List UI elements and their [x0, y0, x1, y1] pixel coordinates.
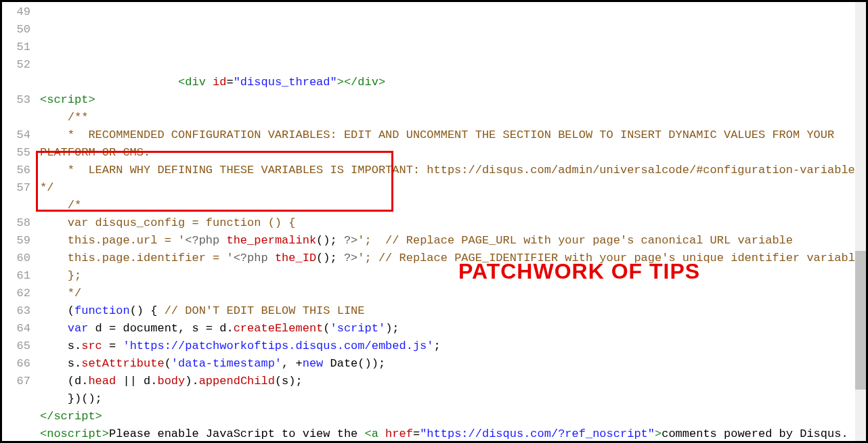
code-token: ).: [185, 375, 198, 388]
code-line[interactable]: </script>: [40, 408, 866, 425]
code-token: ></div>: [337, 76, 385, 89]
line-number: 57: [2, 179, 30, 197]
code-token: '; // Replace PAGE_URL with your page's …: [357, 234, 793, 247]
line-number: 64: [2, 320, 30, 337]
code-token: </script>: [40, 410, 102, 423]
code-line[interactable]: <noscript>Please enable JavaScript to vi…: [40, 425, 866, 441]
code-token: );: [385, 322, 399, 335]
code-token: ();: [316, 252, 337, 264]
code-token: */: [40, 287, 81, 300]
code-token: head: [88, 375, 116, 388]
code-token: [40, 322, 68, 335]
code-token: href: [385, 427, 413, 440]
code-token: (s);: [275, 375, 303, 388]
code-token: [337, 234, 344, 247]
code-token: new: [303, 357, 324, 370]
code-line[interactable]: s.src = 'https://patchworkoftips.disqus.…: [40, 337, 866, 355]
line-number: 65: [2, 337, 30, 355]
code-token: /*: [40, 199, 81, 212]
code-token: (: [165, 357, 171, 370]
code-token: * RECOMMENDED CONFIGURATION VARIABLES: E…: [40, 129, 841, 159]
code-token: =: [226, 76, 233, 89]
code-line[interactable]: })();: [40, 390, 866, 408]
line-number: 49: [2, 3, 30, 21]
code-token: =: [102, 340, 123, 352]
code-token: <noscript>: [40, 427, 109, 440]
code-line[interactable]: s.setAttribute('data-timestamp', +new Da…: [40, 355, 866, 373]
code-token: =: [413, 427, 420, 440]
code-token: [206, 76, 213, 89]
code-token: ();: [316, 234, 337, 247]
code-line[interactable]: this.page.identifier = '<?php the_ID(); …: [40, 250, 866, 267]
code-token: id: [213, 76, 226, 89]
code-token: setAttribute: [81, 357, 164, 370]
code-line[interactable]: var disqus_config = function () {: [40, 214, 866, 232]
line-number: 51: [2, 39, 30, 56]
line-number: 56: [2, 162, 30, 179]
code-line[interactable]: * LEARN WHY DEFINING THESE VARIABLES IS …: [40, 162, 866, 197]
code-line[interactable]: <script>: [40, 91, 866, 109]
line-number-wrap-spacer: [2, 197, 30, 214]
code-token: ?>: [344, 234, 357, 247]
code-line[interactable]: var d = document, s = d.createElement('s…: [40, 320, 866, 337]
scrollbar-track[interactable]: [855, 2, 866, 441]
code-line[interactable]: };: [40, 267, 866, 285]
code-line[interactable]: <div id="disqus_thread"></div>: [40, 74, 866, 91]
code-token: Date());: [323, 357, 385, 370]
code-token: var: [68, 322, 89, 335]
code-line[interactable]: /*: [40, 197, 866, 214]
code-token: [378, 427, 385, 440]
code-token: * LEARN WHY DEFINING THESE VARIABLES IS …: [40, 164, 866, 194]
code-token: ?>: [344, 252, 357, 264]
code-token: () {: [130, 304, 158, 317]
line-number-gutter: 49505152535455565758596061626364656667: [2, 2, 36, 441]
line-number: 50: [2, 21, 30, 39]
code-token: <?php: [234, 252, 268, 264]
code-token: ;: [434, 340, 441, 352]
code-token: [337, 252, 344, 264]
scrollbar-thumb[interactable]: [855, 251, 866, 390]
code-token: 'script': [330, 322, 386, 335]
code-line[interactable]: * RECOMMENDED CONFIGURATION VARIABLES: E…: [40, 126, 866, 162]
code-token: /**: [40, 111, 88, 124]
code-line[interactable]: /**: [40, 109, 866, 126]
code-line[interactable]: (d.head || d.body).appendChild(s);: [40, 373, 866, 390]
code-token: "disqus_thread": [234, 76, 337, 89]
line-number: 53: [2, 91, 30, 109]
code-token: (: [323, 322, 330, 335]
code-area[interactable]: <div id="disqus_thread"></div><script> /…: [36, 2, 866, 441]
line-number-wrap-spacer: [2, 390, 30, 408]
line-number-wrap-spacer: [2, 74, 30, 91]
code-token: // DON'T EDIT BELOW THIS LINE: [157, 304, 364, 317]
code-token: })();: [40, 392, 102, 405]
code-token: s.: [40, 340, 81, 352]
code-token: comments powered by Disqus.: [661, 427, 848, 440]
line-number: 62: [2, 285, 30, 302]
line-number: 66: [2, 355, 30, 373]
code-token: 'data-timestamp': [171, 357, 282, 370]
code-token: <script>: [40, 93, 95, 106]
code-token: || d.: [116, 375, 157, 388]
code-token: "https://disqus.com/?ref_noscript": [420, 427, 655, 440]
line-number: 55: [2, 144, 30, 162]
code-token: };: [40, 269, 81, 282]
code-token: function: [74, 304, 130, 317]
line-number: 63: [2, 302, 30, 320]
code-token: <div: [178, 76, 206, 89]
code-token: the_ID: [275, 252, 316, 264]
code-editor[interactable]: 49505152535455565758596061626364656667 <…: [2, 2, 866, 441]
code-token: <a: [365, 427, 378, 440]
code-line[interactable]: (function() { // DON'T EDIT BELOW THIS L…: [40, 302, 866, 320]
code-line[interactable]: */: [40, 285, 866, 302]
line-number: 58: [2, 214, 30, 232]
code-token: Please enable JavaScript to view the: [109, 427, 364, 440]
line-number: 59: [2, 232, 30, 250]
code-token: [40, 76, 178, 89]
line-number: 67: [2, 373, 30, 390]
code-token: <?php: [185, 234, 219, 247]
code-token: appendChild: [199, 375, 275, 388]
code-token: this.page.identifier = ': [40, 252, 234, 264]
code-token: 'https://patchworkoftips.disqus.com/embe…: [123, 340, 433, 352]
code-line[interactable]: this.page.url = '<?php the_permalink(); …: [40, 232, 866, 250]
code-token: this.page.url = ': [40, 234, 185, 247]
